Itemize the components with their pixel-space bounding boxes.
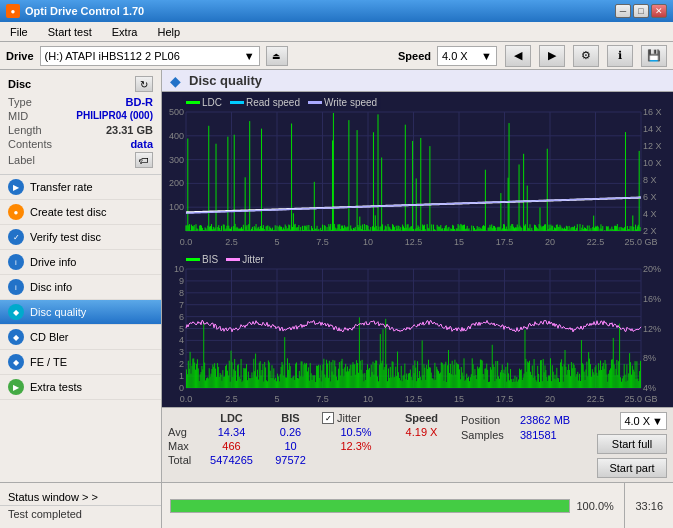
test-completed-label: Test completed	[8, 508, 82, 520]
jitter-legend-label: Jitter	[242, 254, 264, 265]
cd-bler-icon: ◆	[8, 329, 24, 345]
disc-panel-title: Disc	[8, 78, 31, 90]
avg-label: Avg	[168, 426, 200, 438]
menu-start-test[interactable]: Start test	[42, 25, 98, 39]
speed-dropdown-icon: ▼	[481, 50, 492, 62]
write-speed-legend-label: Write speed	[324, 97, 377, 108]
position-value: 23862 MB	[520, 414, 570, 426]
speed-dropdown-arrow: ▼	[652, 415, 663, 427]
length-label: Length	[8, 124, 42, 136]
create-test-disc-icon: ●	[8, 204, 24, 220]
next-button[interactable]: ▶	[539, 45, 565, 67]
drive-dropdown-icon: ▼	[244, 50, 255, 62]
sidebar-item-fe-te[interactable]: ◆ FE / TE	[0, 350, 161, 375]
drive-info-icon: i	[8, 254, 24, 270]
status-window-button[interactable]: Status window > >	[0, 489, 161, 506]
max-ldc: 466	[204, 440, 259, 452]
sidebar-item-disc-quality[interactable]: ◆ Disc quality	[0, 300, 161, 325]
disc-quality-header: ◆ Disc quality	[162, 70, 673, 92]
drive-info-label: Drive info	[30, 256, 76, 268]
speed-select[interactable]: 4.0 X ▼	[437, 46, 497, 66]
total-ldc: 5474265	[204, 454, 259, 466]
drive-value: (H:) ATAPI iHBS112 2 PL06	[45, 50, 180, 62]
type-label: Type	[8, 96, 32, 108]
disc-refresh-button[interactable]: ↻	[135, 76, 153, 92]
menubar: File Start test Extra Help	[0, 22, 673, 42]
app-title: Opti Drive Control 1.70	[25, 5, 144, 17]
disc-quality-title: Disc quality	[189, 73, 262, 88]
disc-panel: Disc ↻ Type BD-R MID PHILIPR04 (000) Len…	[0, 70, 161, 175]
sidebar-item-transfer-rate[interactable]: ▶ Transfer rate	[0, 175, 161, 200]
samples-value: 381581	[520, 429, 557, 441]
samples-label: Samples	[461, 429, 516, 441]
drive-label: Drive	[6, 50, 34, 62]
ldc-header: LDC	[204, 412, 259, 424]
start-part-button[interactable]: Start part	[597, 458, 667, 478]
position-label: Position	[461, 414, 516, 426]
titlebar: ● Opti Drive Control 1.70 ─ □ ✕	[0, 0, 673, 22]
disc-info-icon: i	[8, 279, 24, 295]
read-speed-legend-label: Read speed	[246, 97, 300, 108]
minimize-button[interactable]: ─	[615, 4, 631, 18]
menu-file[interactable]: File	[4, 25, 34, 39]
disc-quality-icon: ◆	[8, 304, 24, 320]
length-value: 23.31 GB	[106, 124, 153, 136]
speed-dropdown-value: 4.0 X	[624, 415, 650, 427]
progress-bar-outer	[170, 499, 570, 513]
upper-chart: LDC Read speed Write speed	[164, 94, 671, 249]
total-bis: 97572	[263, 454, 318, 466]
drivebar: Drive (H:) ATAPI iHBS112 2 PL06 ▼ ⏏ Spee…	[0, 42, 673, 70]
bis-header: BIS	[263, 412, 318, 424]
cd-bler-label: CD Bler	[30, 331, 69, 343]
speed-value: 4.0 X	[442, 50, 468, 62]
sidebar-item-drive-info[interactable]: i Drive info	[0, 250, 161, 275]
bis-legend-label: BIS	[202, 254, 218, 265]
close-button[interactable]: ✕	[651, 4, 667, 18]
upper-chart-canvas	[164, 94, 671, 249]
jitter-legend-color	[226, 258, 240, 261]
sidebar-item-extra-tests[interactable]: ▶ Extra tests	[0, 375, 161, 400]
jitter-header: Jitter	[337, 412, 361, 424]
jitter-checkbox[interactable]: ✓	[322, 412, 334, 424]
extra-tests-label: Extra tests	[30, 381, 82, 393]
avg-speed: 4.19 X	[394, 426, 449, 438]
status-area: Status window > > Test completed 100.0% …	[0, 482, 673, 528]
lower-chart-canvas	[164, 251, 671, 406]
info-button[interactable]: ℹ	[607, 45, 633, 67]
prev-button[interactable]: ◀	[505, 45, 531, 67]
lower-chart: BIS Jitter	[164, 251, 671, 406]
start-full-button[interactable]: Start full	[597, 434, 667, 454]
disc-quality-label: Disc quality	[30, 306, 86, 318]
menu-help[interactable]: Help	[151, 25, 186, 39]
app-icon: ●	[6, 4, 20, 18]
content-area: ◆ Disc quality LDC Read speed	[162, 70, 673, 482]
verify-test-disc-icon: ✓	[8, 229, 24, 245]
eject-button[interactable]: ⏏	[266, 46, 288, 66]
avg-jitter: 10.5%	[322, 426, 390, 438]
label-icon-button[interactable]: 🏷	[135, 152, 153, 168]
progress-bar-inner	[171, 500, 569, 512]
disc-quality-header-icon: ◆	[170, 73, 181, 89]
read-speed-legend-color	[230, 101, 244, 104]
menu-extra[interactable]: Extra	[106, 25, 144, 39]
jitter-check-row: ✓ Jitter	[322, 412, 390, 424]
sidebar-item-disc-info[interactable]: i Disc info	[0, 275, 161, 300]
contents-value: data	[130, 138, 153, 150]
fe-te-label: FE / TE	[30, 356, 67, 368]
maximize-button[interactable]: □	[633, 4, 649, 18]
fe-te-icon: ◆	[8, 354, 24, 370]
label-label: Label	[8, 154, 35, 166]
sidebar-item-create-test-disc[interactable]: ● Create test disc	[0, 200, 161, 225]
transfer-rate-label: Transfer rate	[30, 181, 93, 193]
write-speed-legend-color	[308, 101, 322, 104]
ldc-legend-color	[186, 101, 200, 104]
sidebar-item-cd-bler[interactable]: ◆ CD Bler	[0, 325, 161, 350]
progress-area: 100.0%	[162, 483, 624, 528]
settings-button[interactable]: ⚙	[573, 45, 599, 67]
sidebar-item-verify-test-disc[interactable]: ✓ Verify test disc	[0, 225, 161, 250]
test-completed-text: Test completed	[0, 506, 161, 522]
drive-select[interactable]: (H:) ATAPI iHBS112 2 PL06 ▼	[40, 46, 260, 66]
speed-dropdown-display[interactable]: 4.0 X ▼	[620, 412, 667, 430]
mid-value: PHILIPR04 (000)	[76, 110, 153, 122]
save-button[interactable]: 💾	[641, 45, 667, 67]
